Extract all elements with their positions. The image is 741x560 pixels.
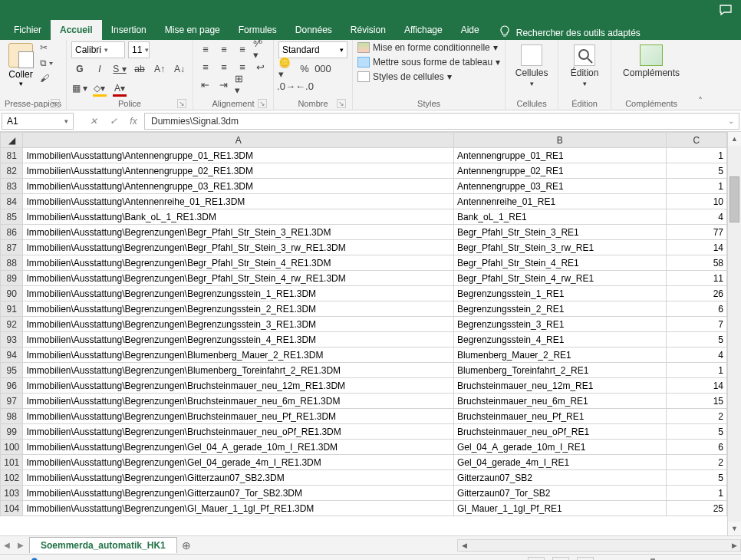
format-painter-icon[interactable]: 🖌 <box>40 72 54 84</box>
cell[interactable]: Gitterzaun07_SB2 <box>453 470 666 486</box>
table-row[interactable]: 86Immobilien\Ausstattung\Begrenzungen\Be… <box>1 225 727 240</box>
cell[interactable]: 5 <box>666 470 726 486</box>
cell[interactable]: Immobilien\Ausstattung\Begrenzungen\Gitt… <box>23 486 453 501</box>
spreadsheet-grid[interactable]: ◢ A B C 81Immobilien\Ausstattung\Antenne… <box>0 132 727 516</box>
font-name-combo[interactable]: Calibri▾ <box>71 41 125 58</box>
row-header[interactable]: 102 <box>1 470 23 486</box>
cell[interactable]: 7 <box>666 317 726 332</box>
table-row[interactable]: 92Immobilien\Ausstattung\Begrenzungen\Be… <box>1 317 727 332</box>
sheet-tab[interactable]: Soemmerda_automatik_HK1 <box>29 537 177 553</box>
cell[interactable]: Begr_Pfahl_Str_Stein_3_RE1 <box>453 225 666 240</box>
cell[interactable]: Antennengruppe_01_RE1 <box>453 148 666 163</box>
cell[interactable]: 26 <box>666 286 726 301</box>
underline-button[interactable]: S ▾ <box>111 61 128 77</box>
copy-icon[interactable]: ⧉ ▾ <box>40 57 54 69</box>
row-header[interactable]: 86 <box>1 225 23 240</box>
table-row[interactable]: 95Immobilien\Ausstattung\Begrenzungen\Bl… <box>1 363 727 378</box>
cell[interactable]: Immobilien\Ausstattung\Antennengruppe_02… <box>23 163 453 179</box>
row-header[interactable]: 100 <box>1 440 23 455</box>
scroll-right-icon[interactable]: ▶ <box>728 542 740 549</box>
decrease-indent-icon[interactable]: ⇤ <box>198 77 213 92</box>
table-row[interactable]: 99Immobilien\Ausstattung\Begrenzungen\Br… <box>1 424 727 440</box>
table-row[interactable]: 87Immobilien\Ausstattung\Begrenzungen\Be… <box>1 240 727 255</box>
dialog-launcher-icon[interactable]: ↘ <box>258 99 267 108</box>
cell[interactable]: 4 <box>666 348 726 363</box>
align-right-icon[interactable]: ≡ <box>235 59 250 74</box>
align-top-icon[interactable]: ≡ <box>198 41 213 57</box>
comments-icon[interactable] <box>720 3 733 17</box>
name-box[interactable]: A1▾ <box>2 113 74 130</box>
row-header[interactable]: 97 <box>1 394 23 409</box>
scroll-up-icon[interactable]: ▲ <box>728 132 741 146</box>
cell[interactable]: 2 <box>666 409 726 424</box>
decrease-decimal-icon[interactable]: ←.0 <box>297 78 312 94</box>
cell[interactable]: Immobilien\Ausstattung\Begrenzungen\Begr… <box>23 286 453 301</box>
cell[interactable]: Bruchsteinmauer_neu_oPf_RE1 <box>453 424 666 440</box>
formula-input[interactable]: Dummies\Signal.3dm⌄ <box>144 113 739 130</box>
row-header[interactable]: 92 <box>1 317 23 332</box>
cell[interactable]: Immobilien\Ausstattung\Begrenzungen\Gitt… <box>23 470 453 486</box>
cell[interactable]: Begr_Pfahl_Str_Stein_3_rw_RE1 <box>453 240 666 255</box>
cell[interactable]: Gitterzaun07_Tor_SB2 <box>453 486 666 501</box>
cell[interactable]: Immobilien\Ausstattung\Begrenzungen\Begr… <box>23 332 453 348</box>
table-row[interactable]: 102Immobilien\Ausstattung\Begrenzungen\G… <box>1 470 727 486</box>
cell[interactable]: Bruchsteinmauer_neu_6m_RE1 <box>453 394 666 409</box>
menu-tab-mise-en-page[interactable]: Mise en page <box>156 20 229 40</box>
table-row[interactable]: 88Immobilien\Ausstattung\Begrenzungen\Be… <box>1 255 727 271</box>
table-row[interactable]: 103Immobilien\Ausstattung\Begrenzungen\G… <box>1 486 727 501</box>
cell[interactable]: 25 <box>666 501 726 516</box>
cell[interactable]: 6 <box>666 301 726 317</box>
cell-styles-button[interactable]: Styles de cellules ▾ <box>357 71 500 83</box>
table-row[interactable]: 90Immobilien\Ausstattung\Begrenzungen\Be… <box>1 286 727 301</box>
row-header[interactable]: 98 <box>1 409 23 424</box>
column-header[interactable]: B <box>453 133 666 148</box>
align-bottom-icon[interactable]: ≡ <box>235 41 250 57</box>
menu-tab-accueil[interactable]: Accueil <box>51 20 102 40</box>
table-row[interactable]: 94Immobilien\Ausstattung\Begrenzungen\Bl… <box>1 348 727 363</box>
cell[interactable]: Bruchsteinmauer_neu_12m_RE1 <box>453 378 666 394</box>
scroll-left-icon[interactable]: ◀ <box>458 542 470 549</box>
table-row[interactable]: 96Immobilien\Ausstattung\Begrenzungen\Br… <box>1 378 727 394</box>
cell[interactable]: Immobilien\Ausstattung\Begrenzungen\Begr… <box>23 301 453 317</box>
table-row[interactable]: 98Immobilien\Ausstattung\Begrenzungen\Br… <box>1 409 727 424</box>
cell[interactable]: 10 <box>666 194 726 209</box>
horizontal-scrollbar[interactable]: ◀ ▶ <box>457 539 741 552</box>
table-row[interactable]: 83Immobilien\Ausstattung\Antennengruppe_… <box>1 179 727 194</box>
table-row[interactable]: 93Immobilien\Ausstattung\Begrenzungen\Be… <box>1 332 727 348</box>
dialog-launcher-icon[interactable]: ↘ <box>337 99 346 108</box>
align-left-icon[interactable]: ≡ <box>198 59 213 74</box>
cancel-formula-icon[interactable]: ✕ <box>84 113 103 130</box>
bold-button[interactable]: G <box>71 61 88 77</box>
row-header[interactable]: 85 <box>1 209 23 225</box>
cell[interactable]: Begrenzungsstein_4_RE1 <box>453 332 666 348</box>
row-header[interactable]: 96 <box>1 378 23 394</box>
enter-formula-icon[interactable]: ✓ <box>104 113 123 130</box>
paste-button[interactable]: Coller ▾ <box>5 41 37 87</box>
cell[interactable]: Immobilien\Ausstattung\Begrenzungen\Bruc… <box>23 378 453 394</box>
cell[interactable]: Immobilien\Ausstattung\Antennenreihe_01_… <box>23 194 453 209</box>
border-button[interactable]: ▦ ▾ <box>71 80 88 97</box>
table-row[interactable]: 97Immobilien\Ausstattung\Begrenzungen\Br… <box>1 394 727 409</box>
conditional-formatting-button[interactable]: Mise en forme conditionnelle ▾ <box>357 41 500 54</box>
italic-button[interactable]: I <box>91 61 108 77</box>
row-header[interactable]: 104 <box>1 501 23 516</box>
row-header[interactable]: 84 <box>1 194 23 209</box>
cell[interactable]: Antennengruppe_03_RE1 <box>453 179 666 194</box>
table-row[interactable]: 91Immobilien\Ausstattung\Begrenzungen\Be… <box>1 301 727 317</box>
menu-tab-révision[interactable]: Révision <box>341 20 395 40</box>
cell[interactable]: 1 <box>666 148 726 163</box>
row-header[interactable]: 91 <box>1 301 23 317</box>
cell[interactable]: 2 <box>666 455 726 470</box>
cell[interactable]: Immobilien\Ausstattung\Begrenzungen\Blum… <box>23 348 453 363</box>
row-header[interactable]: 83 <box>1 179 23 194</box>
cell[interactable]: 1 <box>666 179 726 194</box>
cells-button[interactable]: Cellules▾ <box>510 41 553 87</box>
row-header[interactable]: 82 <box>1 163 23 179</box>
scroll-down-icon[interactable]: ▼ <box>728 522 741 535</box>
cell[interactable]: 4 <box>666 209 726 225</box>
dialog-launcher-icon[interactable]: ↘ <box>51 99 60 108</box>
cell[interactable]: 77 <box>666 225 726 240</box>
currency-icon[interactable]: 🪙 ▾ <box>278 61 294 76</box>
cell[interactable]: Bank_oL_1_RE1 <box>453 209 666 225</box>
cell[interactable]: Gel_04_gerade_4m_I_RE1 <box>453 455 666 470</box>
